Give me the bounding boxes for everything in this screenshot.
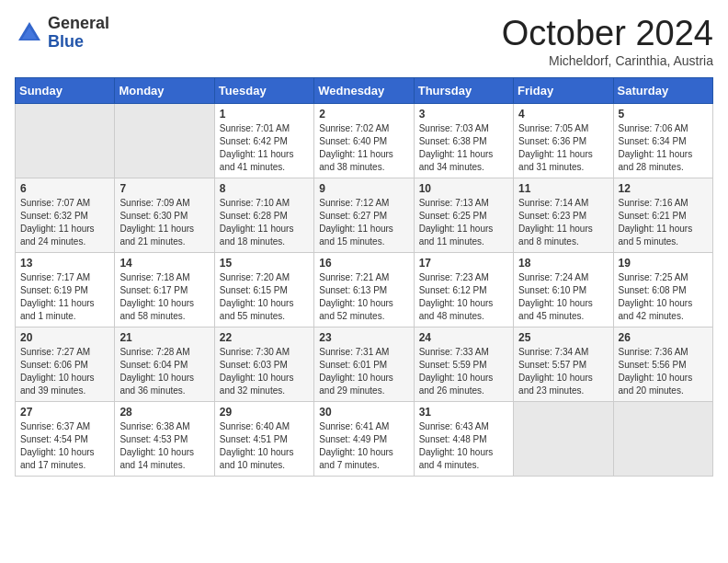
- day-number: 12: [619, 182, 708, 195]
- weekday-header: Saturday: [613, 77, 712, 103]
- day-number: 6: [20, 182, 109, 195]
- day-info: Sunrise: 7:13 AM Sunset: 6:25 PM Dayligh…: [419, 197, 508, 248]
- day-info: Sunrise: 7:31 AM Sunset: 6:01 PM Dayligh…: [319, 346, 408, 397]
- calendar-cell: 27 Sunrise: 6:37 AM Sunset: 4:54 PM Dayl…: [16, 401, 115, 476]
- day-info: Sunrise: 7:33 AM Sunset: 5:59 PM Dayligh…: [419, 346, 508, 397]
- day-number: 5: [619, 108, 708, 121]
- day-number: 16: [319, 257, 408, 270]
- calendar-cell: [613, 401, 712, 476]
- day-info: Sunrise: 7:06 AM Sunset: 6:34 PM Dayligh…: [619, 122, 708, 174]
- day-info: Sunrise: 7:25 AM Sunset: 6:08 PM Dayligh…: [619, 271, 708, 323]
- calendar-cell: 2 Sunrise: 7:02 AM Sunset: 6:40 PM Dayli…: [314, 103, 414, 178]
- day-info: Sunrise: 7:24 AM Sunset: 6:10 PM Dayligh…: [518, 271, 608, 323]
- day-info: Sunrise: 7:34 AM Sunset: 5:57 PM Dayligh…: [518, 346, 608, 397]
- calendar-cell: 16 Sunrise: 7:21 AM Sunset: 6:13 PM Dayl…: [314, 252, 414, 327]
- day-info: Sunrise: 7:36 AM Sunset: 5:56 PM Dayligh…: [619, 346, 708, 397]
- day-info: Sunrise: 7:14 AM Sunset: 6:23 PM Dayligh…: [518, 197, 608, 248]
- weekday-header: Sunday: [16, 77, 115, 103]
- weekday-header: Tuesday: [214, 77, 313, 103]
- calendar-cell: 30 Sunrise: 6:41 AM Sunset: 4:49 PM Dayl…: [314, 401, 414, 476]
- day-info: Sunrise: 7:05 AM Sunset: 6:36 PM Dayligh…: [518, 122, 608, 174]
- calendar-cell: 28 Sunrise: 6:38 AM Sunset: 4:53 PM Dayl…: [115, 401, 214, 476]
- day-number: 4: [518, 108, 608, 121]
- calendar-header-row: SundayMondayTuesdayWednesdayThursdayFrid…: [16, 77, 713, 103]
- day-info: Sunrise: 6:38 AM Sunset: 4:53 PM Dayligh…: [119, 420, 209, 472]
- calendar-cell: 6 Sunrise: 7:07 AM Sunset: 6:32 PM Dayli…: [16, 178, 115, 252]
- calendar-cell: 19 Sunrise: 7:25 AM Sunset: 6:08 PM Dayl…: [613, 252, 712, 327]
- calendar-cell: 8 Sunrise: 7:10 AM Sunset: 6:28 PM Dayli…: [214, 178, 313, 252]
- day-info: Sunrise: 7:18 AM Sunset: 6:17 PM Dayligh…: [119, 271, 209, 323]
- day-number: 20: [20, 331, 109, 344]
- day-number: 8: [220, 182, 309, 195]
- day-info: Sunrise: 7:03 AM Sunset: 6:38 PM Dayligh…: [419, 122, 508, 174]
- calendar-cell: 7 Sunrise: 7:09 AM Sunset: 6:30 PM Dayli…: [115, 178, 214, 252]
- calendar-cell: 13 Sunrise: 7:17 AM Sunset: 6:19 PM Dayl…: [16, 252, 115, 327]
- day-number: 7: [119, 182, 209, 195]
- logo-text: General Blue: [48, 15, 109, 52]
- day-number: 27: [20, 406, 109, 419]
- day-number: 28: [119, 406, 209, 419]
- day-number: 2: [319, 108, 408, 121]
- day-info: Sunrise: 7:12 AM Sunset: 6:27 PM Dayligh…: [319, 197, 408, 248]
- calendar-cell: 14 Sunrise: 7:18 AM Sunset: 6:17 PM Dayl…: [115, 252, 214, 327]
- calendar-cell: [115, 103, 214, 178]
- day-info: Sunrise: 7:28 AM Sunset: 6:04 PM Dayligh…: [119, 346, 209, 397]
- day-info: Sunrise: 7:30 AM Sunset: 6:03 PM Dayligh…: [220, 346, 309, 397]
- day-number: 18: [518, 257, 608, 270]
- calendar-table: SundayMondayTuesdayWednesdayThursdayFrid…: [15, 77, 713, 477]
- calendar-cell: 22 Sunrise: 7:30 AM Sunset: 6:03 PM Dayl…: [214, 327, 313, 401]
- logo-icon: [15, 18, 44, 48]
- day-info: Sunrise: 6:43 AM Sunset: 4:48 PM Dayligh…: [419, 420, 508, 472]
- calendar-cell: 4 Sunrise: 7:05 AM Sunset: 6:36 PM Dayli…: [514, 103, 613, 178]
- day-info: Sunrise: 7:09 AM Sunset: 6:30 PM Dayligh…: [119, 197, 209, 248]
- weekday-header: Wednesday: [314, 77, 414, 103]
- day-number: 15: [220, 257, 309, 270]
- weekday-header: Thursday: [414, 77, 513, 103]
- calendar-cell: 31 Sunrise: 6:43 AM Sunset: 4:48 PM Dayl…: [414, 401, 513, 476]
- day-number: 3: [419, 108, 508, 121]
- calendar-week-row: 27 Sunrise: 6:37 AM Sunset: 4:54 PM Dayl…: [16, 401, 713, 476]
- day-info: Sunrise: 7:20 AM Sunset: 6:15 PM Dayligh…: [220, 271, 309, 323]
- calendar-cell: 3 Sunrise: 7:03 AM Sunset: 6:38 PM Dayli…: [414, 103, 513, 178]
- location-subtitle: Micheldorf, Carinthia, Austria: [502, 53, 713, 68]
- day-number: 26: [619, 331, 708, 344]
- calendar-cell: 23 Sunrise: 7:31 AM Sunset: 6:01 PM Dayl…: [314, 327, 414, 401]
- day-number: 17: [419, 257, 508, 270]
- day-number: 30: [319, 406, 408, 419]
- calendar-cell: 26 Sunrise: 7:36 AM Sunset: 5:56 PM Dayl…: [613, 327, 712, 401]
- calendar-cell: 12 Sunrise: 7:16 AM Sunset: 6:21 PM Dayl…: [613, 178, 712, 252]
- page-header: General Blue October 2024 Micheldorf, Ca…: [15, 15, 713, 68]
- day-info: Sunrise: 7:21 AM Sunset: 6:13 PM Dayligh…: [319, 271, 408, 323]
- calendar-week-row: 20 Sunrise: 7:27 AM Sunset: 6:06 PM Dayl…: [16, 327, 713, 401]
- day-info: Sunrise: 7:10 AM Sunset: 6:28 PM Dayligh…: [220, 197, 309, 248]
- day-number: 31: [419, 406, 508, 419]
- day-number: 14: [119, 257, 209, 270]
- day-number: 9: [319, 182, 408, 195]
- day-number: 21: [119, 331, 209, 344]
- day-number: 10: [419, 182, 508, 195]
- calendar-cell: 1 Sunrise: 7:01 AM Sunset: 6:42 PM Dayli…: [214, 103, 313, 178]
- day-number: 24: [419, 331, 508, 344]
- day-info: Sunrise: 7:07 AM Sunset: 6:32 PM Dayligh…: [20, 197, 109, 248]
- day-number: 1: [220, 108, 309, 121]
- calendar-cell: 10 Sunrise: 7:13 AM Sunset: 6:25 PM Dayl…: [414, 178, 513, 252]
- calendar-cell: 21 Sunrise: 7:28 AM Sunset: 6:04 PM Dayl…: [115, 327, 214, 401]
- day-number: 13: [20, 257, 109, 270]
- calendar-cell: [16, 103, 115, 178]
- day-info: Sunrise: 7:23 AM Sunset: 6:12 PM Dayligh…: [419, 271, 508, 323]
- calendar-cell: 15 Sunrise: 7:20 AM Sunset: 6:15 PM Dayl…: [214, 252, 313, 327]
- day-number: 22: [220, 331, 309, 344]
- month-title: October 2024: [502, 15, 713, 53]
- weekday-header: Monday: [115, 77, 214, 103]
- day-info: Sunrise: 7:01 AM Sunset: 6:42 PM Dayligh…: [220, 122, 309, 174]
- logo: General Blue: [15, 15, 109, 52]
- day-info: Sunrise: 7:16 AM Sunset: 6:21 PM Dayligh…: [619, 197, 708, 248]
- calendar-cell: 25 Sunrise: 7:34 AM Sunset: 5:57 PM Dayl…: [514, 327, 613, 401]
- day-info: Sunrise: 6:37 AM Sunset: 4:54 PM Dayligh…: [20, 420, 109, 472]
- day-number: 29: [220, 406, 309, 419]
- day-number: 25: [518, 331, 608, 344]
- calendar-week-row: 1 Sunrise: 7:01 AM Sunset: 6:42 PM Dayli…: [16, 103, 713, 178]
- calendar-week-row: 13 Sunrise: 7:17 AM Sunset: 6:19 PM Dayl…: [16, 252, 713, 327]
- calendar-cell: 24 Sunrise: 7:33 AM Sunset: 5:59 PM Dayl…: [414, 327, 513, 401]
- title-block: October 2024 Micheldorf, Carinthia, Aust…: [502, 15, 713, 68]
